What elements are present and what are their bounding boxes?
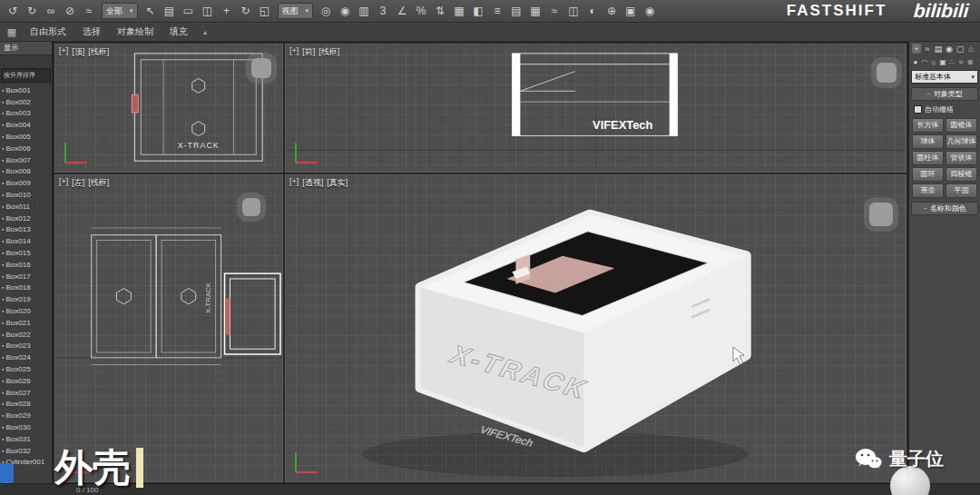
list-item[interactable]: ▪Box020: [0, 305, 52, 317]
select-and-scale-icon[interactable]: ◱: [256, 3, 274, 20]
viewport-perspective[interactable]: [+] [透视] [真实]: [285, 174, 906, 482]
cylinder-button[interactable]: 圆柱体: [912, 151, 944, 165]
list-item[interactable]: ▪Box016: [0, 259, 52, 271]
viewport-left[interactable]: [+] [左] [线框] X-TRACK: [54, 174, 283, 482]
viewcube[interactable]: [242, 198, 260, 216]
shapes-icon[interactable]: ◠: [921, 57, 928, 66]
list-item[interactable]: ▪Box027: [0, 387, 52, 399]
plane-button[interactable]: 平面: [946, 183, 977, 198]
list-item[interactable]: ▪Box031: [0, 433, 52, 445]
reference-coordinate-dropdown[interactable]: 视图▾: [278, 3, 314, 19]
cone-button[interactable]: 圆锥体: [946, 118, 977, 133]
viewport-front[interactable]: [+] [前] [线框] VIFEXTech: [285, 44, 906, 173]
viewport-shading-label[interactable]: [真实]: [327, 177, 348, 189]
ribbon-toggle-icon[interactable]: ▦: [526, 3, 544, 20]
autogrid-checkbox[interactable]: [914, 105, 922, 114]
viewcube[interactable]: [869, 203, 893, 226]
motion-tab-icon[interactable]: ◉: [945, 44, 954, 54]
geosphere-button[interactable]: 几何球体: [946, 134, 977, 149]
box-button[interactable]: 长方体: [912, 118, 944, 133]
geometry-icon[interactable]: ●: [912, 57, 919, 66]
select-and-move-icon[interactable]: +: [218, 3, 236, 20]
viewport-shading-label[interactable]: [线框]: [88, 46, 109, 58]
rectangular-selection-icon[interactable]: ▭: [180, 3, 198, 20]
list-item[interactable]: ▪Box018: [0, 282, 52, 294]
teapot-button[interactable]: 茶壶: [912, 183, 944, 198]
tab-selection[interactable]: 选择: [74, 24, 109, 40]
list-item[interactable]: ▪Box002: [0, 96, 52, 108]
helpers-icon[interactable]: ∴: [948, 57, 956, 66]
tab-freeform[interactable]: 自由形式: [22, 24, 74, 40]
list-item[interactable]: ▪Box023: [0, 341, 52, 352]
render-icon[interactable]: ◉: [641, 3, 659, 20]
viewport-menu[interactable]: [+]: [59, 177, 68, 189]
select-object-icon[interactable]: ↖: [142, 3, 160, 20]
sphere-button[interactable]: 球体: [912, 134, 944, 149]
list-item[interactable]: ▪Box008: [0, 166, 52, 178]
schematic-view-icon[interactable]: ◫: [564, 3, 583, 20]
unlink-selection-icon[interactable]: ⊘: [61, 3, 79, 20]
primitive-category-dropdown[interactable]: 标准基本体 ▾: [911, 70, 978, 84]
list-item[interactable]: ▪Box029: [0, 410, 52, 421]
tab-populate[interactable]: 填充: [162, 24, 196, 40]
list-item[interactable]: ▪Box026: [0, 375, 52, 387]
material-editor-icon[interactable]: ◐: [583, 3, 602, 20]
name-color-rollout[interactable]: − 名称和颜色: [911, 202, 978, 215]
list-item[interactable]: ▪Box005: [0, 131, 52, 143]
list-item[interactable]: ▪Box012: [0, 213, 52, 224]
select-link-icon[interactable]: ∞: [42, 3, 60, 20]
tube-button[interactable]: 管状体: [946, 151, 977, 165]
viewcube[interactable]: [877, 63, 897, 83]
list-item[interactable]: ▪Box013: [0, 224, 52, 236]
percent-snap-icon[interactable]: %: [412, 3, 430, 20]
list-item[interactable]: ▪Box006: [0, 143, 52, 154]
display-menu[interactable]: 显示: [0, 42, 52, 55]
viewport-shading-label[interactable]: [线框]: [88, 177, 109, 189]
viewcube[interactable]: [251, 58, 271, 78]
list-item[interactable]: ▪Box028: [0, 399, 52, 411]
undo-icon[interactable]: ↺: [4, 3, 22, 20]
list-item[interactable]: ▪Box003: [0, 108, 52, 120]
object-type-rollout[interactable]: − 对象类型: [911, 87, 978, 101]
viewport-pov-label[interactable]: [前]: [302, 46, 315, 58]
window-crossing-icon[interactable]: ◫: [199, 3, 217, 20]
select-and-manipulate-icon[interactable]: ◉: [336, 3, 354, 20]
list-item[interactable]: ▪Box011: [0, 201, 52, 213]
viewport-top[interactable]: [+] [顶] [线框] X-TRACK: [54, 44, 283, 173]
display-tab-icon[interactable]: ▢: [956, 44, 965, 54]
align-icon[interactable]: ≡: [488, 3, 506, 20]
spinner-snap-icon[interactable]: ⇅: [431, 3, 449, 20]
list-item[interactable]: ▪Box004: [0, 119, 52, 131]
list-item[interactable]: ▪Box007: [0, 154, 52, 166]
use-pivot-center-icon[interactable]: ◎: [317, 3, 335, 20]
list-item[interactable]: ▪Box024: [0, 351, 52, 363]
select-and-rotate-icon[interactable]: ↻: [237, 3, 255, 20]
rendered-frame-icon[interactable]: ▣: [622, 3, 640, 20]
lights-icon[interactable]: ☼: [930, 57, 937, 66]
angle-snap-icon[interactable]: ∠: [393, 3, 411, 20]
viewport-pov-label[interactable]: [顶]: [72, 46, 84, 58]
snap-toggle-icon[interactable]: 3: [374, 3, 392, 20]
cameras-icon[interactable]: ▣: [939, 57, 946, 66]
list-item[interactable]: ▪Box030: [0, 421, 52, 433]
select-by-name-icon[interactable]: ▤: [161, 3, 179, 20]
sort-ascending-label[interactable]: 按升序排序: [1, 68, 51, 83]
list-item[interactable]: ▪Box019: [0, 293, 52, 305]
torus-button[interactable]: 圆环: [912, 167, 944, 182]
utilities-tab-icon[interactable]: ⌂: [966, 44, 975, 54]
pyramid-button[interactable]: 四棱锥: [946, 167, 977, 182]
list-item[interactable]: ▪Box009: [0, 177, 52, 189]
viewport-menu[interactable]: [+]: [289, 177, 299, 189]
selection-filter-dropdown[interactable]: 全部▾: [102, 3, 138, 19]
create-tab-icon[interactable]: +: [912, 44, 921, 54]
list-item[interactable]: ▪Box022: [0, 329, 52, 341]
mirror-icon[interactable]: ◧: [469, 3, 487, 20]
keyboard-override-icon[interactable]: ▥: [355, 3, 373, 20]
hierarchy-tab-icon[interactable]: ▤: [934, 44, 943, 54]
list-item[interactable]: ▪Box025: [0, 363, 52, 375]
curve-editor-icon[interactable]: ≈: [545, 3, 564, 20]
viewport-pov-label[interactable]: [左]: [72, 177, 84, 189]
list-item[interactable]: ▪Box001: [0, 84, 52, 96]
edit-named-selection-icon[interactable]: ▦: [450, 3, 468, 20]
list-item[interactable]: ▪Box014: [0, 235, 52, 247]
